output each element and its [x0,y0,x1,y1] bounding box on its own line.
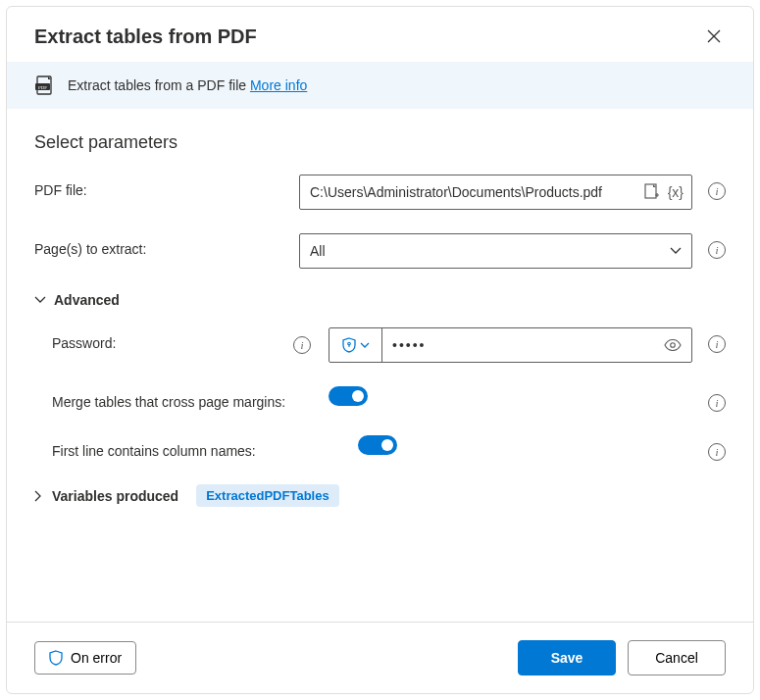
section-title: Select parameters [34,132,726,153]
first-line-toggle[interactable] [358,435,397,455]
close-icon [707,29,721,43]
password-value: ••••• [392,337,664,353]
field-pages: Page(s) to extract: All i [34,233,726,269]
svg-point-5 [671,343,676,348]
eye-icon[interactable] [664,339,682,351]
chevron-down-icon [670,247,682,255]
on-error-button[interactable]: On error [34,641,136,675]
info-icon[interactable]: i [708,182,726,200]
info-icon[interactable]: i [293,336,311,354]
chevron-right-icon [34,490,42,502]
field-first-line: First line contains column names: i [34,435,726,461]
pages-label: Page(s) to extract: [34,233,299,257]
chevron-down-icon [360,342,370,348]
advanced-expander[interactable]: Advanced [34,292,726,308]
pdf-icon: PDF [34,75,56,95]
merge-label: Merge tables that cross page margins: [34,386,329,410]
merge-toggle[interactable] [329,386,368,406]
pages-select[interactable]: All [299,233,692,269]
password-input-group: ••••• [329,327,692,363]
field-merge: Merge tables that cross page margins: i [34,386,726,412]
cancel-button[interactable]: Cancel [628,640,726,675]
password-type-picker[interactable] [329,328,382,362]
password-label: Password: [52,335,116,351]
info-icon[interactable]: i [708,394,726,412]
banner-text: Extract tables from a PDF file [68,77,246,93]
field-password: Password: i ••••• i [34,327,726,363]
info-icon[interactable]: i [708,443,726,461]
first-line-label: First line contains column names: [34,435,329,459]
dialog-title: Extract tables from PDF [34,25,257,48]
on-error-label: On error [71,650,122,666]
advanced-label: Advanced [54,292,120,308]
pdf-file-label: PDF file: [34,175,299,198]
svg-point-4 [347,342,350,345]
dialog-footer: On error Save Cancel [7,622,753,693]
info-banner: PDF Extract tables from a PDF file More … [7,62,753,109]
variable-badge[interactable]: ExtractedPDFTables [196,484,338,507]
chevron-down-icon [34,296,46,304]
field-pdf-file: PDF file: C:\Users\Administrator\Documen… [34,175,726,210]
shield-outline-icon [49,650,63,666]
variables-expander[interactable]: Variables produced ExtractedPDFTables [34,484,726,507]
file-picker-icon[interactable] [644,183,660,201]
variable-icon[interactable]: {x} [668,184,684,200]
dialog-body: Select parameters PDF file: C:\Users\Adm… [7,109,753,622]
shield-icon [342,337,356,353]
dialog: Extract tables from PDF PDF Extract tabl… [6,6,754,694]
svg-text:PDF: PDF [38,85,47,90]
variables-label: Variables produced [52,488,178,504]
dialog-header: Extract tables from PDF [7,7,753,62]
more-info-link[interactable]: More info [250,77,307,93]
pdf-file-value: C:\Users\Administrator\Documents\Product… [300,175,636,209]
info-icon[interactable]: i [708,335,726,353]
pages-value: All [310,243,670,259]
password-input[interactable]: ••••• [382,328,691,362]
info-icon[interactable]: i [708,241,726,259]
close-button[interactable] [702,25,726,48]
save-button[interactable]: Save [518,640,616,675]
pdf-file-input[interactable]: C:\Users\Administrator\Documents\Product… [299,175,692,210]
